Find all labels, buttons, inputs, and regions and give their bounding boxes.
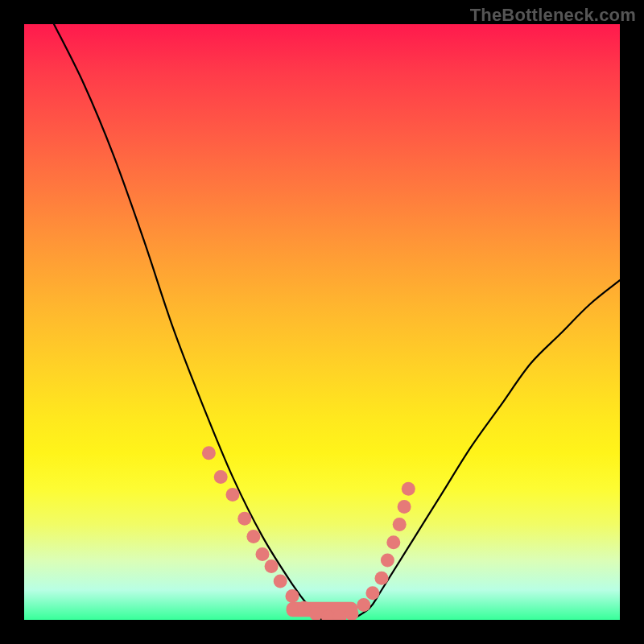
curve-left-branch (54, 24, 322, 620)
marker-dot (226, 488, 240, 502)
marker-dot (402, 482, 415, 496)
marker-dot (274, 574, 287, 588)
marker-dot (398, 500, 411, 514)
marker-dot (297, 601, 311, 615)
marker-dots-group (202, 446, 415, 620)
marker-dot (214, 470, 228, 484)
marker-dot (286, 589, 299, 603)
marker-dot (265, 559, 279, 573)
marker-dot (357, 598, 370, 612)
watermark-text: TheBottleneck.com (470, 5, 636, 26)
curve-right-branch (352, 280, 620, 620)
bottleneck-chart (24, 24, 620, 620)
marker-dot (256, 547, 270, 561)
marker-dot (381, 554, 394, 568)
marker-dot (237, 512, 251, 526)
marker-dot (375, 572, 389, 585)
marker-dot (393, 518, 407, 531)
marker-dot (246, 530, 260, 543)
marker-dot (365, 586, 379, 600)
marker-dot (386, 535, 400, 549)
marker-dot (202, 446, 216, 460)
